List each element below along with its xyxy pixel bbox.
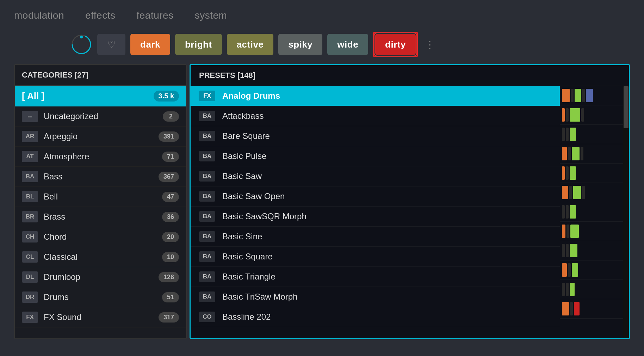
color-bar-segment bbox=[582, 89, 585, 102]
more-filters-button[interactable]: ⋮ bbox=[423, 34, 437, 55]
preset-name: Bassline 202 bbox=[222, 312, 551, 322]
category-item[interactable]: FX FX Sound 317 bbox=[15, 307, 186, 327]
preset-item[interactable]: BA Basic Saw bbox=[191, 166, 560, 186]
color-bar-segment bbox=[568, 263, 571, 277]
color-bar-segment bbox=[574, 302, 580, 315]
category-item[interactable]: AR Arpeggio 391 bbox=[15, 127, 186, 147]
category-item[interactable]: BA Bass 367 bbox=[15, 167, 186, 187]
preset-name: Basic Saw bbox=[222, 171, 551, 181]
preset-name: Basic SawSQR Morph bbox=[222, 211, 551, 221]
filter-tag-bright[interactable]: bright bbox=[175, 34, 222, 55]
category-all[interactable]: [ All ] 3.5 k bbox=[15, 86, 186, 106]
nav-system[interactable]: system bbox=[195, 10, 227, 21]
color-bar-segment bbox=[566, 128, 569, 141]
color-bar-segment bbox=[582, 186, 585, 199]
color-bar-segment bbox=[562, 205, 565, 219]
category-item[interactable]: DR Drums 51 bbox=[15, 287, 186, 307]
category-item[interactable]: BR Brass 36 bbox=[15, 207, 186, 227]
preset-badge: BA bbox=[199, 171, 215, 182]
color-bar-segment bbox=[570, 244, 577, 257]
color-bars bbox=[560, 86, 623, 338]
color-bar-segment bbox=[562, 89, 570, 102]
categories-header: CATEGORIES [27] bbox=[15, 65, 186, 86]
category-name: Bass bbox=[44, 172, 159, 182]
category-badge: FX bbox=[22, 312, 38, 323]
color-bar-row bbox=[560, 202, 623, 222]
category-name: Arpeggio bbox=[44, 131, 159, 141]
category-count: 317 bbox=[159, 312, 179, 323]
color-bar-segment bbox=[562, 263, 567, 277]
filter-tag-spiky[interactable]: spiky bbox=[278, 34, 322, 55]
color-bar-segment bbox=[570, 108, 580, 122]
color-bar-segment bbox=[570, 205, 576, 219]
category-all-label: [ All ] bbox=[22, 91, 44, 102]
categories-panel: CATEGORIES [27] [ All ] 3.5 k -- Uncateg… bbox=[14, 64, 187, 339]
preset-item[interactable]: BA Basic Triangle bbox=[191, 267, 560, 287]
color-bar-row bbox=[560, 299, 623, 319]
scrollbar-thumb[interactable] bbox=[624, 86, 628, 128]
color-bar-segment bbox=[570, 128, 576, 141]
preset-name: Analog Drums bbox=[222, 91, 551, 101]
preset-item[interactable]: BA Basic Saw Open bbox=[191, 186, 560, 207]
color-bar-segment bbox=[566, 108, 569, 122]
presets-scrollbar[interactable] bbox=[623, 86, 629, 338]
presets-items: FX Analog Drums BA Attackbass BA Bare Sq… bbox=[191, 86, 560, 338]
preset-item[interactable]: BA Basic Sine bbox=[191, 227, 560, 247]
preset-name: Basic Triangle bbox=[222, 272, 551, 282]
category-name: Uncategorized bbox=[44, 111, 163, 121]
category-item[interactable]: BL Bell 47 bbox=[15, 187, 186, 207]
color-bar-segment bbox=[575, 89, 581, 102]
category-count: 10 bbox=[162, 252, 179, 262]
category-badge: BR bbox=[22, 211, 38, 222]
preset-item[interactable]: BA Bare Square bbox=[191, 126, 560, 146]
preset-item[interactable]: BA Basic Square bbox=[191, 247, 560, 267]
color-bar-segment bbox=[562, 186, 568, 199]
preset-badge: BA bbox=[199, 271, 215, 282]
filter-knob[interactable] bbox=[70, 33, 92, 55]
color-bar-row bbox=[560, 164, 623, 183]
preset-name: Basic Square bbox=[222, 252, 551, 262]
color-bar-segment bbox=[570, 302, 573, 315]
preset-item[interactable]: BA Attackbass bbox=[191, 106, 560, 126]
filter-tag-wide[interactable]: wide bbox=[327, 34, 368, 55]
preset-item[interactable]: CO Bassline 202 bbox=[191, 307, 560, 327]
category-item[interactable]: AT Atmosphere 71 bbox=[15, 147, 186, 167]
preset-item[interactable]: BA Basic TriSaw Morph bbox=[191, 287, 560, 307]
filter-tag-dirty[interactable]: dirty bbox=[375, 34, 416, 55]
color-bar-segment bbox=[566, 166, 569, 180]
preset-badge: BA bbox=[199, 291, 215, 302]
color-bar-row bbox=[560, 183, 623, 202]
preset-item[interactable]: FX Analog Drums bbox=[191, 86, 560, 106]
category-name: Bell bbox=[44, 192, 162, 202]
filter-tag-dark[interactable]: dark bbox=[130, 34, 170, 55]
presets-header: PRESETS [148] bbox=[191, 65, 629, 86]
preset-item[interactable]: BA Basic SawSQR Morph bbox=[191, 207, 560, 227]
category-item[interactable]: CL Classical 10 bbox=[15, 247, 186, 267]
category-item[interactable]: DL Drumloop 126 bbox=[15, 267, 186, 287]
category-item[interactable]: -- Uncategorized 2 bbox=[15, 106, 186, 127]
category-badge: CH bbox=[22, 231, 38, 243]
filter-tag-active[interactable]: active bbox=[227, 34, 274, 55]
color-bar-segment bbox=[562, 225, 565, 238]
filter-bar: ♡ dark bright active spiky wide dirty ⋮ bbox=[0, 28, 644, 64]
color-bar-segment bbox=[570, 225, 579, 238]
nav-modulation[interactable]: modulation bbox=[14, 10, 64, 21]
preset-badge: FX bbox=[199, 91, 215, 101]
nav-effects[interactable]: effects bbox=[85, 10, 115, 21]
color-bar-segment bbox=[569, 186, 572, 199]
category-name: Drumloop bbox=[44, 272, 159, 282]
preset-name: Basic TriSaw Morph bbox=[222, 292, 551, 302]
color-bar-segment bbox=[581, 147, 583, 160]
nav-features[interactable]: features bbox=[136, 10, 173, 21]
preset-item[interactable]: BA Basic Pulse bbox=[191, 146, 560, 166]
category-badge: AT bbox=[22, 151, 38, 162]
svg-point-2 bbox=[80, 36, 83, 38]
color-bar-row bbox=[560, 280, 623, 299]
category-count: 2 bbox=[163, 111, 179, 122]
category-count: 391 bbox=[159, 131, 179, 142]
category-name: Brass bbox=[44, 212, 162, 222]
favorites-button[interactable]: ♡ bbox=[97, 34, 125, 55]
category-item[interactable]: CH Chord 20 bbox=[15, 227, 186, 247]
category-badge: DR bbox=[22, 291, 38, 303]
category-count: 367 bbox=[159, 172, 179, 182]
